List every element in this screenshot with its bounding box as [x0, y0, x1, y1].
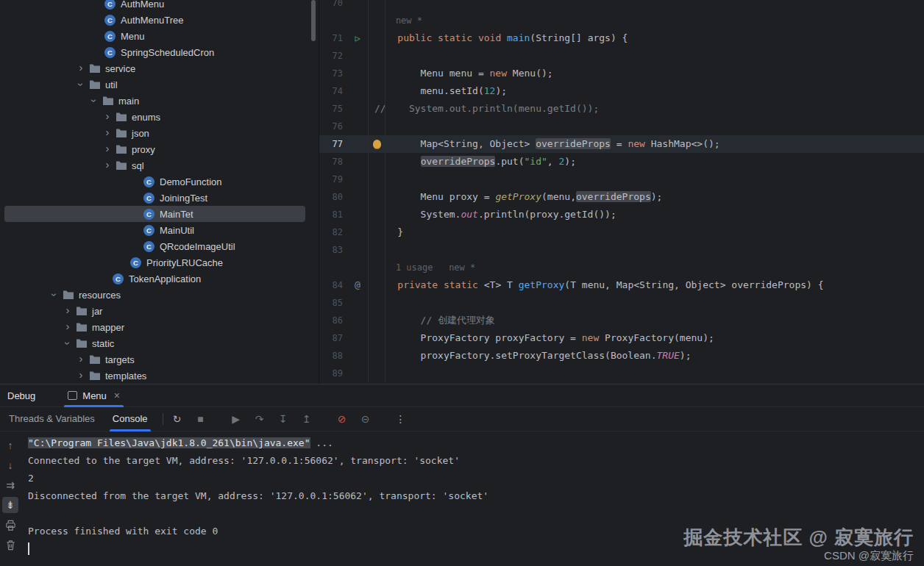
line-number[interactable]: 89: [319, 365, 347, 382]
code-text[interactable]: Menu menu = new Menu();: [368, 65, 924, 82]
line-number[interactable]: 73: [319, 65, 347, 82]
chevron-collapsed-icon[interactable]: ›: [60, 318, 75, 334]
tree-item-prioritylrucache[interactable]: CPriorityLRUCache: [0, 254, 319, 271]
line-number[interactable]: 87: [319, 329, 347, 347]
line-number[interactable]: 86: [319, 312, 347, 329]
tree-item-tokenapplication[interactable]: CTokenApplication: [0, 271, 319, 287]
tree-item-main[interactable]: ›main: [0, 93, 319, 109]
line-number[interactable]: 88: [319, 347, 347, 365]
tree-item-springscheduledcron[interactable]: CSpringScheduledCron: [0, 44, 319, 60]
line-number[interactable]: [319, 259, 347, 276]
tree-item-demofunction[interactable]: CDemoFunction: [0, 173, 319, 190]
line-number[interactable]: 77: [319, 135, 347, 153]
tree-item-util[interactable]: ›util: [0, 76, 319, 93]
line-number[interactable]: 79: [319, 171, 347, 188]
code-text[interactable]: proxyFactory.setProxyTargetClass(Boolean…: [368, 347, 924, 365]
line-number[interactable]: 82: [319, 223, 347, 241]
chevron-expanded-icon[interactable]: ›: [46, 287, 63, 302]
close-icon[interactable]: ×: [114, 390, 120, 401]
chevron-expanded-icon[interactable]: ›: [73, 77, 89, 92]
tree-item-joiningtest[interactable]: CJoiningTest: [0, 190, 319, 206]
line-number[interactable]: 84: [319, 276, 347, 294]
tree-item-proxy[interactable]: ›proxy: [0, 141, 319, 157]
tree-item-static[interactable]: ›static: [0, 335, 319, 351]
tab-debug-session-menu[interactable]: Menu ×: [60, 384, 127, 406]
tree-item-service[interactable]: ›service: [0, 60, 319, 76]
code-text[interactable]: // System.out.println(menu.getId());: [368, 100, 924, 118]
tab-threads-variables[interactable]: Threads & Variables: [0, 407, 104, 431]
line-number[interactable]: 78: [319, 153, 347, 171]
prev-occurrence-icon[interactable]: ↑: [2, 437, 18, 454]
code-text[interactable]: }: [368, 223, 924, 241]
line-number[interactable]: 75: [319, 100, 347, 118]
line-number[interactable]: 83: [319, 241, 347, 259]
chevron-collapsed-icon[interactable]: ›: [100, 140, 115, 157]
line-number[interactable]: 71: [319, 29, 347, 47]
more-actions-icon[interactable]: ⋮: [393, 411, 409, 427]
line-number[interactable]: [319, 12, 347, 29]
code-text[interactable]: overrideProps.put("id", 2);: [368, 153, 924, 171]
line-number[interactable]: 70: [319, 0, 347, 12]
clear-all-icon[interactable]: [2, 537, 18, 553]
chevron-collapsed-icon[interactable]: ›: [74, 367, 88, 383]
code-text[interactable]: System.out.println(proxy.getId());: [368, 206, 924, 223]
step-into-icon[interactable]: ↧: [275, 411, 291, 427]
tree-item-menu[interactable]: CMenu: [0, 28, 319, 44]
chevron-collapsed-icon[interactable]: ›: [100, 108, 115, 124]
project-tree-scrollbar[interactable]: [311, 0, 316, 41]
tree-item-authmenu[interactable]: CAuthMenu: [0, 0, 319, 12]
print-icon[interactable]: [2, 517, 18, 533]
tree-item-qrcodeimageutil[interactable]: CQRcodeImageUtil: [0, 238, 319, 254]
tree-item-templates[interactable]: ›templates: [0, 368, 319, 384]
next-occurrence-icon[interactable]: ↓: [2, 457, 18, 473]
chevron-expanded-icon[interactable]: ›: [86, 93, 102, 108]
tree-item-json[interactable]: ›json: [0, 125, 319, 141]
chevron-collapsed-icon[interactable]: ›: [60, 302, 75, 318]
mute-breakpoints-icon[interactable]: ⊝: [358, 411, 374, 427]
rerun-icon[interactable]: ↻: [169, 411, 185, 427]
code-text[interactable]: menu.setId(12);: [368, 82, 924, 100]
scroll-to-end-icon[interactable]: ⇟: [2, 497, 18, 513]
step-out-icon[interactable]: ↥: [299, 411, 315, 427]
tree-item-resources[interactable]: ›resources: [0, 287, 319, 303]
chevron-collapsed-icon[interactable]: ›: [74, 60, 88, 76]
chevron-collapsed-icon[interactable]: ›: [100, 124, 115, 140]
console-output[interactable]: "C:\Program Files\Java\jdk1.8.0_261\bin\…: [21, 431, 924, 566]
tree-item-authmenutree[interactable]: CAuthMenuTree: [0, 12, 319, 28]
tree-item-sql[interactable]: ›sql: [0, 157, 319, 173]
run-button-icon[interactable]: ▷: [355, 33, 360, 43]
soft-wrap-icon[interactable]: ⇉: [2, 477, 18, 493]
code-text[interactable]: Menu proxy = getProxy(menu,overrideProps…: [368, 188, 924, 206]
tree-item-jar[interactable]: ›jar: [0, 303, 319, 319]
tree-item-mainutil[interactable]: CMainUtil: [0, 222, 319, 238]
stop-icon[interactable]: ■: [193, 411, 209, 427]
code-text[interactable]: ProxyFactory proxyFactory = new ProxyFac…: [368, 329, 924, 347]
line-number[interactable]: 85: [319, 294, 347, 312]
code-text[interactable]: [368, 365, 924, 382]
view-breakpoints-icon[interactable]: ⊘: [334, 411, 350, 427]
code-text[interactable]: [368, 47, 924, 65]
tab-console[interactable]: Console: [104, 407, 157, 431]
chevron-collapsed-icon[interactable]: ›: [100, 157, 115, 173]
line-number[interactable]: 81: [319, 206, 347, 223]
line-number[interactable]: 80: [319, 188, 347, 206]
line-number[interactable]: 74: [319, 82, 347, 100]
code-editor[interactable]: 70 new *71▷ public static void main(Stri…: [319, 0, 924, 384]
code-text[interactable]: // 创建代理对象: [368, 312, 924, 329]
code-text[interactable]: Map<String, Object> overrideProps = new …: [368, 135, 924, 153]
code-text[interactable]: [368, 294, 924, 312]
intention-bulb-icon[interactable]: [373, 140, 381, 148]
inlay-hint-text[interactable]: new *: [368, 12, 924, 29]
code-text[interactable]: private static <T> T getProxy(T menu, Ma…: [368, 276, 924, 294]
line-number[interactable]: 76: [319, 118, 347, 135]
step-over-icon[interactable]: ↷: [252, 411, 268, 427]
code-text[interactable]: [368, 0, 924, 12]
chevron-expanded-icon[interactable]: ›: [60, 336, 76, 351]
tree-item-mapper[interactable]: ›mapper: [0, 319, 319, 335]
tree-item-enums[interactable]: ›enums: [0, 109, 319, 125]
resume-icon[interactable]: ▶: [228, 411, 244, 427]
line-number[interactable]: 72: [319, 47, 347, 65]
code-text[interactable]: [368, 241, 924, 259]
code-text[interactable]: [368, 171, 924, 188]
tree-item-maintet[interactable]: CMainTet: [4, 206, 305, 222]
